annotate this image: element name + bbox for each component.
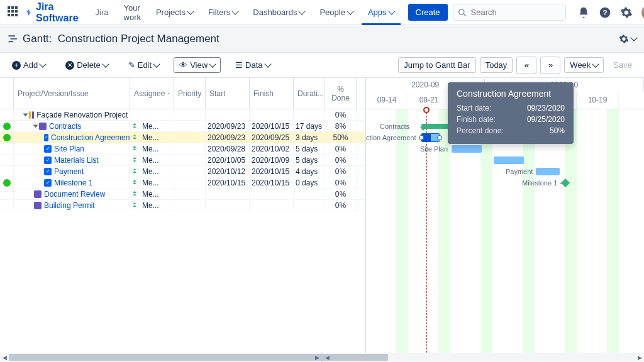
timeline-body[interactable]: Contractsction AgreementSite PlanPayment… [366, 109, 644, 353]
search-icon [458, 8, 467, 17]
grid-panel: Project/Version/Issue Assignee Priority … [0, 78, 365, 353]
tooltip-title: Construction Agreement [457, 89, 565, 99]
issue-type-icon [32, 111, 34, 119]
col-start[interactable]: Start [206, 78, 250, 109]
day-cell: 09-14 [366, 92, 408, 109]
table-row[interactable]: Document ReviewMe...0% [0, 189, 365, 200]
chevron-down-icon [232, 8, 239, 14]
prev-button[interactable]: « [516, 57, 536, 74]
table-row[interactable]: Site PlanMe...2020/09/282020/10/025 days… [0, 143, 365, 155]
issue-link[interactable]: Site Plan [54, 145, 84, 153]
chevron-down-icon [39, 60, 46, 67]
next-button[interactable]: » [540, 57, 560, 74]
priority-arrows-icon [132, 168, 137, 175]
col-done[interactable]: % Done [325, 78, 357, 109]
chevron-down-icon [592, 60, 599, 67]
issue-type-icon [44, 145, 52, 153]
page-settings-button[interactable] [619, 34, 636, 44]
nav-jira[interactable]: Jira [89, 3, 115, 22]
milestone-icon[interactable] [561, 178, 570, 187]
expand-icon[interactable] [23, 113, 28, 116]
issue-link[interactable]: Payment [54, 167, 84, 176]
chevron-down-icon [102, 60, 109, 67]
issue-link[interactable]: Contracts [49, 122, 81, 131]
pencil-icon: ✎ [128, 60, 135, 70]
svg-text:?: ? [602, 8, 607, 16]
nav-your-work[interactable]: Your work [118, 0, 147, 27]
table-row[interactable]: Materials ListMe...2020/10/052020/10/095… [0, 155, 365, 166]
delete-button[interactable]: ✕Delete [60, 57, 114, 73]
chevron-down-icon [187, 8, 194, 14]
table-row[interactable]: Milestone 1Me...2020/10/152020/10/150 da… [0, 177, 365, 189]
table-row[interactable]: PaymentMe...2020/10/122020/10/154 days0% [0, 166, 365, 177]
chevron-down-icon [264, 60, 271, 67]
nav-people[interactable]: People [313, 3, 358, 22]
day-cell: 10-19 [577, 92, 619, 109]
priority-arrows-icon [132, 202, 137, 209]
chevron-down-icon [388, 8, 395, 14]
search-input[interactable] [453, 4, 566, 21]
table-row[interactable]: Building PermitMe...0% [0, 200, 365, 211]
issue-link[interactable]: Milestone 1 [54, 178, 92, 187]
col-priority[interactable]: Priority [174, 78, 206, 109]
gantt-bar-label: ction Agreement [366, 134, 416, 141]
col-assignee[interactable]: Assignee [130, 78, 174, 109]
settings-icon[interactable] [620, 6, 633, 19]
priority-arrows-icon [132, 180, 137, 186]
save-button[interactable]: Save [608, 57, 638, 73]
content: Project/Version/Issue Assignee Priority … [0, 78, 644, 353]
gantt-task-bar[interactable] [452, 145, 482, 153]
issue-name: Façade Renovation Project [36, 111, 128, 119]
svg-rect-6 [9, 41, 14, 42]
project-icon [29, 111, 31, 119]
week-button[interactable]: Week [564, 57, 604, 73]
gantt-task-bar[interactable] [536, 168, 560, 175]
gantt-task-bar[interactable] [494, 156, 524, 164]
col-duration[interactable]: Durati... [294, 78, 325, 109]
apps-switcher-icon[interactable] [8, 6, 18, 19]
eye-icon: 👁 [179, 60, 187, 70]
create-button[interactable]: Create [408, 4, 448, 21]
data-button[interactable]: ☰Data [230, 57, 275, 73]
table-row[interactable]: ContractsMe...2020/09/232020/10/1517 day… [0, 121, 365, 132]
today-button[interactable]: Today [480, 57, 513, 73]
issue-type-icon [34, 202, 42, 209]
left-scrollbar[interactable]: ◀ ▶ [0, 353, 321, 362]
jira-logo[interactable]: Jira Software [25, 1, 82, 24]
logo-text: Jira Software [36, 1, 82, 24]
gantt-header: Gantt: Construction Project Management [0, 25, 644, 53]
nav-apps[interactable]: Apps [362, 0, 401, 25]
nav-filters[interactable]: Filters [202, 3, 244, 22]
table-row[interactable]: Façade Renovation Project0% [0, 109, 365, 121]
chevron-down-icon [153, 60, 160, 67]
svg-line-1 [463, 13, 465, 16]
col-name[interactable]: Project/Version/Issue [14, 78, 130, 109]
avatar[interactable] [641, 5, 644, 20]
issue-link[interactable]: Materials List [54, 156, 99, 165]
nav-projects[interactable]: Projects [150, 3, 199, 22]
gantt-task-bar[interactable] [421, 134, 440, 141]
top-nav: Jira Software Jira Your work Projects Fi… [0, 0, 644, 25]
add-button[interactable]: +Add [6, 57, 51, 73]
notification-icon[interactable] [577, 6, 590, 19]
view-button[interactable]: 👁View [174, 57, 221, 73]
col-finish[interactable]: Finish [250, 78, 294, 109]
expand-icon[interactable] [33, 124, 38, 128]
search-box [453, 4, 566, 21]
database-icon: ☰ [235, 60, 243, 70]
issue-link[interactable]: Document Review [44, 190, 105, 199]
table-row[interactable]: Construction AgreementMe...2020/09/23202… [0, 132, 365, 143]
jump-button[interactable]: Jump to Gantt Bar [398, 57, 476, 73]
issue-link[interactable]: Construction Agreement [51, 133, 130, 142]
bottom-scrollbars: ◀ ▶ ◀ ▶ [0, 353, 644, 362]
gantt-icon [8, 33, 19, 45]
gantt-bar-label: Milestone 1 [522, 179, 557, 187]
issue-link[interactable]: Building Permit [44, 201, 95, 210]
edit-button[interactable]: ✎Edit [123, 57, 165, 73]
right-scrollbar[interactable]: ◀ ▶ [323, 353, 644, 362]
nav-dashboards[interactable]: Dashboards [247, 3, 311, 22]
issue-type-icon [39, 123, 47, 130]
chevron-down-icon [299, 8, 306, 14]
help-icon[interactable]: ? [599, 6, 611, 19]
issue-type-icon [44, 168, 52, 175]
